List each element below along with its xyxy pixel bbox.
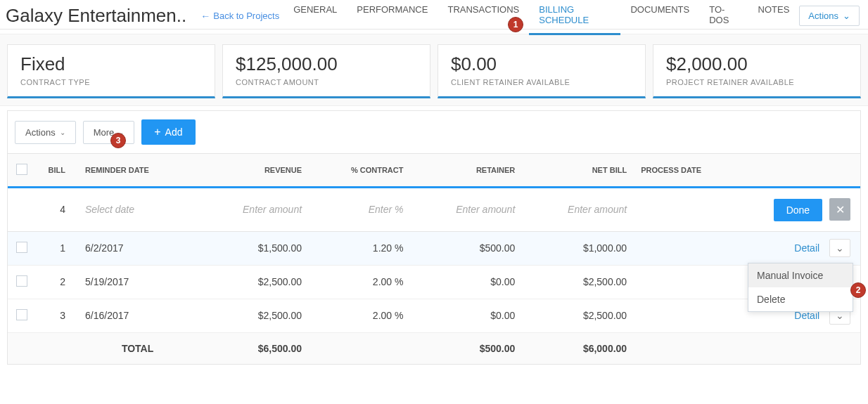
total-retainer: $500.00	[410, 332, 522, 364]
cell-pct: 2.00 %	[309, 299, 410, 332]
billing-table: BILL REMINDER DATE REVENUE % CONTRACT RE…	[8, 153, 860, 364]
cell-bill: 2	[36, 265, 78, 299]
stat-contract-type: Fixed CONTRACT TYPE	[7, 44, 215, 98]
col-process-date: PROCESS DATE	[634, 154, 748, 188]
header-actions-label: Actions	[808, 11, 838, 21]
annotation-badge-3: 3	[110, 133, 126, 148]
tab-todos[interactable]: TO-DOS	[699, 0, 748, 35]
netbill-input[interactable]: Enter amount	[568, 204, 627, 215]
row-dropdown-menu: Manual Invoice Delete	[748, 263, 853, 312]
add-button[interactable]: + Add	[141, 119, 195, 145]
col-revenue: REVENUE	[197, 154, 309, 188]
stat-value: $125,000.00	[236, 53, 417, 75]
table-row: 1 6/2/2017 $1,500.00 1.20 % $500.00 $1,0…	[8, 231, 860, 265]
btn-label: Actions	[25, 127, 56, 138]
row-menu-button[interactable]: ⌄	[829, 239, 850, 257]
page-header: Galaxy Entertainmen.. Back to Projects G…	[0, 0, 868, 30]
row-checkbox[interactable]	[16, 309, 27, 320]
col-contract-pct: % CONTRACT	[309, 154, 410, 188]
col-retainer: RETAINER	[410, 154, 522, 188]
total-label: TOTAL	[78, 332, 197, 364]
tab-documents[interactable]: DOCUMENTS	[620, 0, 699, 35]
table-actions-button[interactable]: Actions ⌄	[15, 121, 76, 144]
tab-bar: GENERAL PERFORMANCE TRANSACTIONS BILLING…	[283, 0, 799, 35]
revenue-input[interactable]: Enter amount	[243, 204, 302, 215]
row-checkbox[interactable]	[16, 275, 27, 287]
total-net: $6,000.00	[522, 332, 634, 364]
chevron-down-icon: ⌄	[836, 242, 844, 254]
page-title: Galaxy Entertainmen..	[6, 5, 186, 27]
cell-revenue: $1,500.00	[197, 231, 309, 265]
back-to-projects-link[interactable]: Back to Projects	[200, 11, 279, 22]
date-input[interactable]: Select date	[85, 204, 134, 215]
cell-bill: 3	[36, 299, 78, 332]
stats-row: Fixed CONTRACT TYPE $125,000.00 CONTRACT…	[0, 34, 868, 106]
tab-notes[interactable]: NOTES	[748, 0, 800, 35]
close-button[interactable]: ✕	[829, 198, 850, 221]
cell-revenue: $2,500.00	[197, 299, 309, 332]
stat-value: Fixed	[20, 53, 202, 75]
table-row: 2 5/19/2017 $2,500.00 2.00 % $0.00 $2,50…	[8, 265, 860, 299]
cell-process-date	[634, 265, 748, 299]
total-revenue: $6,500.00	[197, 332, 309, 364]
tab-billing-schedule[interactable]: BILLING SCHEDULE	[529, 0, 620, 35]
detail-link[interactable]: Detail	[794, 242, 819, 254]
menu-item-manual-invoice[interactable]: Manual Invoice	[748, 263, 853, 287]
total-row: TOTAL $6,500.00 $500.00 $6,000.00	[8, 332, 860, 364]
billing-table-container: Actions ⌄ More ⌄ + Add BILL REMINDER DAT…	[7, 110, 861, 365]
cell-revenue: $2,500.00	[197, 265, 309, 299]
stat-label: CONTRACT AMOUNT	[236, 78, 417, 86]
cell-date: 6/16/2017	[78, 299, 197, 332]
cell-pct: 1.20 %	[309, 231, 410, 265]
plus-icon: +	[154, 126, 160, 138]
cell-net: $1,000.00	[522, 231, 634, 265]
cell-net: $2,500.00	[522, 299, 634, 332]
col-checkbox	[8, 154, 36, 188]
col-net-bill: NET BILL	[522, 154, 634, 188]
cell-date: 6/2/2017	[78, 231, 197, 265]
stat-label: PROJECT RETAINER AVAILABLE	[666, 78, 848, 86]
stat-contract-amount: $125,000.00 CONTRACT AMOUNT	[222, 44, 430, 98]
menu-item-delete[interactable]: Delete	[748, 287, 853, 311]
new-bill-row: 4 Select date Enter amount Enter % Enter…	[8, 188, 860, 232]
retainer-input[interactable]: Enter amount	[456, 204, 515, 215]
row-checkbox[interactable]	[16, 242, 27, 253]
table-toolbar: Actions ⌄ More ⌄ + Add	[8, 111, 860, 153]
cell-process-date	[634, 299, 748, 332]
cell-bill: 1	[36, 231, 78, 265]
stat-client-retainer: $0.00 CLIENT RETAINER AVAILABLE	[438, 44, 646, 98]
btn-label: Add	[165, 126, 183, 138]
col-reminder-date: REMINDER DATE	[78, 154, 197, 188]
table-more-button[interactable]: More ⌄	[83, 121, 135, 144]
cell-retainer: $500.00	[410, 231, 522, 265]
tab-performance[interactable]: PERFORMANCE	[347, 0, 438, 35]
col-actions	[748, 154, 860, 188]
stat-label: CLIENT RETAINER AVAILABLE	[451, 78, 632, 86]
header-actions-button[interactable]: Actions ⌄	[799, 6, 860, 26]
select-all-checkbox[interactable]	[16, 164, 27, 175]
chevron-down-icon: ⌄	[60, 129, 65, 136]
pct-input[interactable]: Enter %	[369, 204, 404, 215]
done-button[interactable]: Done	[774, 199, 822, 221]
annotation-badge-1: 1	[508, 17, 523, 32]
chevron-down-icon: ⌄	[843, 11, 850, 21]
new-bill-number: 4	[36, 188, 78, 232]
cell-pct: 2.00 %	[309, 265, 410, 299]
col-bill: BILL	[36, 154, 78, 188]
cell-retainer: $0.00	[410, 299, 522, 332]
table-row: 3 6/16/2017 $2,500.00 2.00 % $0.00 $2,50…	[8, 299, 860, 332]
cell-date: 5/19/2017	[78, 265, 197, 299]
cell-net: $2,500.00	[522, 265, 634, 299]
stat-label: CONTRACT TYPE	[20, 78, 202, 86]
cell-process-date	[634, 231, 748, 265]
tab-general[interactable]: GENERAL	[283, 0, 347, 35]
stat-value: $0.00	[451, 53, 632, 75]
close-icon: ✕	[836, 204, 845, 216]
annotation-badge-2: 2	[850, 282, 866, 298]
cell-retainer: $0.00	[410, 265, 522, 299]
stat-value: $2,000.00	[666, 53, 848, 75]
stat-project-retainer: $2,000.00 PROJECT RETAINER AVAILABLE	[653, 44, 861, 98]
